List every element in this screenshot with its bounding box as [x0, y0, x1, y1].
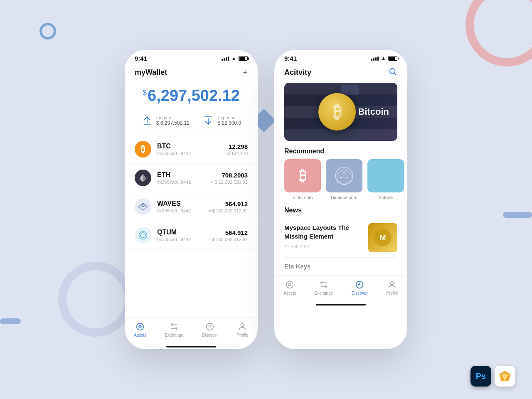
svg-point-11: [137, 323, 144, 330]
crypto-item-eth[interactable]: ETH 0x3b5ca0...9442 708.2003 ≈ $ 12,092,…: [125, 164, 258, 192]
home-indicator-1: [166, 346, 216, 347]
nav-assets-1[interactable]: Assets: [134, 322, 146, 337]
bitter-logo: ₿: [284, 159, 321, 192]
status-bar-1: 9:41 ▲: [125, 50, 258, 64]
waves-name: WAVES: [157, 200, 202, 207]
qtum-info: QTUM 0x3b5ca0...9442: [157, 229, 202, 242]
btc-values: 12.298 ≈ $ 184,470: [224, 143, 248, 156]
status-time-1: 9:41: [135, 55, 147, 62]
news-content-1: Myspace Layouts The Missing Element 11 F…: [284, 223, 363, 249]
qtum-logo: [135, 227, 151, 244]
crypto-item-qtum[interactable]: QTUM 0x3b5ca0...9442 564.912 ≈ $ 102,092…: [125, 221, 258, 250]
expense-details: Expense $ 22,300.0: [217, 115, 241, 126]
svg-marker-0: [143, 174, 146, 180]
nav-profile-1[interactable]: Profile: [236, 322, 248, 337]
news-item-2[interactable]: Eta Keys: [284, 258, 397, 275]
svg-point-30: [391, 282, 394, 285]
discover-icon-2: [355, 280, 365, 290]
nav-exchange-label-2: Exchange: [315, 291, 333, 296]
nav-profile-2[interactable]: Profile: [386, 280, 398, 296]
eth-amount: 708.2003: [211, 172, 248, 179]
nav-exchange-1[interactable]: Exchange: [165, 322, 183, 337]
nav-exchange-2[interactable]: Exchange: [315, 280, 333, 296]
exchange-icon-2: [319, 280, 329, 290]
svg-point-14: [241, 324, 244, 327]
crypto-item-btc[interactable]: ₿ BTC 0x3b5ca0...9442 12.298 ≈ $ 184,470: [125, 135, 258, 164]
svg-marker-33: [500, 371, 511, 374]
nav-discover-label-1: Discover: [202, 333, 218, 337]
battery-icon: [239, 56, 248, 61]
svg-marker-18: [337, 169, 351, 185]
assets-icon-2: [285, 280, 295, 290]
add-button[interactable]: +: [242, 67, 248, 78]
btc-logo: ₿: [135, 141, 151, 158]
income-label: Income: [156, 115, 190, 120]
eth-values: 708.2003 ≈ $ 12,092,021.92: [211, 172, 248, 185]
income-icon: [141, 115, 153, 126]
signal-icon-2: [371, 57, 379, 61]
btc-usd: ≈ $ 184,470: [224, 151, 248, 156]
waves-amount: 564.912: [208, 200, 248, 207]
status-icons-1: ▲: [222, 55, 248, 62]
bg-decoration-arc: [466, 0, 532, 66]
phones-container: 9:41 ▲ myWallet + $6,297,502: [125, 50, 407, 349]
nav-discover-2[interactable]: Discover: [352, 280, 368, 296]
qtum-values: 564.912 ≈ $ 102,092,012.92: [208, 229, 248, 242]
waves-logo: [135, 198, 151, 215]
svg-line-16: [394, 73, 396, 75]
polone-name: Polone: [367, 195, 404, 200]
news-title-2: Eta Keys: [284, 263, 310, 270]
bg-decoration-outline-circle: [58, 262, 133, 337]
eth-info: ETH 0x3b5ca0...9442: [157, 171, 205, 185]
phone-activity: 9:41 ▲ Acitvity: [274, 50, 407, 349]
currency-symbol: $: [143, 89, 147, 97]
exchange-icon-1: [169, 322, 179, 332]
svg-point-8: [143, 237, 144, 239]
status-bar-2: 9:41 ▲: [274, 50, 407, 64]
rec-card-binance[interactable]: Binance.com: [326, 159, 362, 200]
wallet-header: myWallet +: [125, 64, 258, 83]
profile-icon-2: [387, 280, 397, 290]
news-item-1[interactable]: Myspace Layouts The Missing Element 11 F…: [284, 218, 397, 258]
expense-item: Expense $ 22,300.0: [202, 115, 241, 126]
bitter-name: Bitter.com: [284, 195, 321, 200]
qtum-addr: 0x3b5ca0...9442: [157, 237, 202, 242]
svg-line-22: [341, 172, 344, 178]
waves-usd: ≈ $ 102,092,012.92: [208, 208, 248, 213]
hero-bitcoin-text: Bitcoin: [358, 106, 389, 117]
expense-value: $ 22,300.0: [217, 120, 241, 126]
crypto-list: ₿ BTC 0x3b5ca0...9442 12.298 ≈ $ 184,470: [125, 133, 258, 317]
svg-point-4: [142, 206, 144, 207]
nav-profile-label-2: Profile: [386, 291, 398, 296]
phone-wallet: 9:41 ▲ myWallet + $6,297,502: [125, 50, 258, 349]
bottom-nav-2: Assets Exchange Discover: [274, 275, 407, 304]
rec-card-polone[interactable]: Polone: [367, 159, 404, 200]
svg-point-7: [143, 232, 144, 234]
eth-addr: 0x3b5ca0...9442: [157, 180, 205, 185]
svg-point-9: [140, 235, 141, 236]
svg-text:M: M: [379, 233, 386, 242]
svg-marker-1: [140, 174, 143, 180]
nav-assets-2[interactable]: Assets: [283, 280, 296, 296]
qtum-usd: ≈ $ 102,092,012.92: [208, 237, 248, 242]
nav-assets-label-1: Assets: [134, 333, 146, 337]
search-button[interactable]: [388, 67, 397, 78]
btc-addr: 0x3b5ca0...9442: [157, 151, 218, 156]
crypto-item-waves[interactable]: WAVES 0x3b5ca0...9442 564.912 ≈ $ 102,09…: [125, 192, 258, 221]
hero-image: Bitcoin: [284, 83, 397, 141]
photoshop-badge: Ps: [470, 366, 491, 387]
home-indicator-2: [316, 304, 366, 305]
nav-assets-label-2: Assets: [283, 291, 296, 296]
waves-info: WAVES 0x3b5ca0...9442: [157, 200, 202, 213]
income-item: Income $ 6,297,502.12: [141, 115, 190, 126]
eth-name: ETH: [157, 171, 205, 179]
rec-card-bitter[interactable]: ₿ Bitter.com: [284, 159, 321, 200]
income-value: $ 6,297,502.12: [156, 120, 190, 126]
nav-discover-1[interactable]: Discover: [202, 322, 218, 337]
binance-name: Binance.com: [326, 195, 362, 200]
news-date-1: 11 Feb 2017: [284, 244, 363, 249]
profile-icon-1: [237, 322, 247, 332]
eth-usd: ≈ $ 12,092,021.92: [211, 180, 248, 185]
bg-decoration-circle: [39, 23, 56, 39]
battery-icon-2: [388, 56, 397, 61]
